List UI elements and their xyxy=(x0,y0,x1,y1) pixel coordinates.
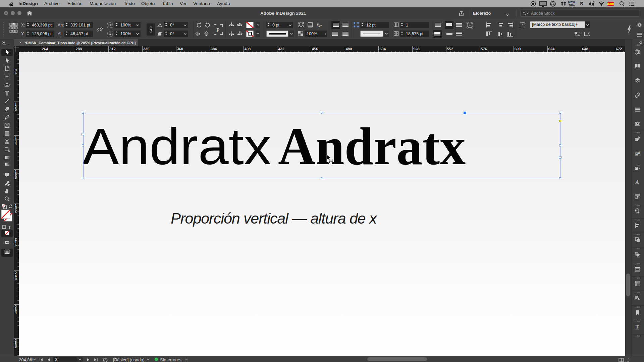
svg-text:ISO: ISO xyxy=(609,5,612,6)
svg-text:Proporción vertical — altura d: Proporción vertical — altura de x xyxy=(171,210,377,227)
